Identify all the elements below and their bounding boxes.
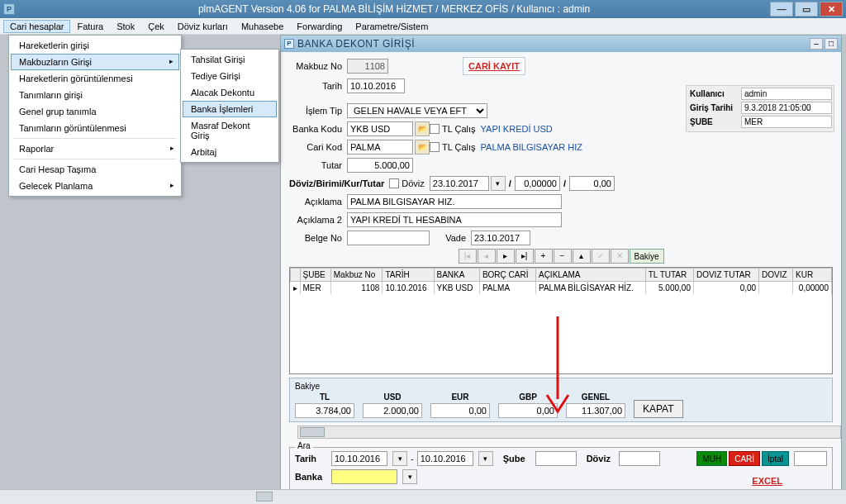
tutar-input[interactable] xyxy=(347,158,413,173)
makbuz-no-input[interactable] xyxy=(347,59,388,74)
menu-genel-grup-tanimla[interactable]: Genel grup tanımla xyxy=(11,103,179,120)
aciklama-input[interactable] xyxy=(347,194,562,209)
doviz-chk-label: Döviz xyxy=(402,178,425,188)
menu-parametre-sistem[interactable]: Parametre/Sistem xyxy=(349,20,435,33)
submenu-alacak-dekontu[interactable]: Alacak Dekontu xyxy=(183,84,277,101)
bakiye-usd: 2.000,00 xyxy=(363,403,422,418)
doviz-kur-input[interactable] xyxy=(515,176,560,191)
bakiye-tl-label: TL xyxy=(320,392,330,402)
nav-next[interactable]: ▸ xyxy=(497,249,515,264)
bakiye-label: Bakiye xyxy=(295,382,827,391)
nav-cancel[interactable]: ✕ xyxy=(611,249,629,264)
doviz-checkbox[interactable] xyxy=(389,178,399,188)
bakiye-button[interactable]: Bakiye xyxy=(630,249,664,264)
minimize-button[interactable]: — xyxy=(770,2,793,17)
menu-stok[interactable]: Stok xyxy=(110,20,141,33)
col-doviz-tutar[interactable]: DOVIZ TUTAR xyxy=(693,269,758,282)
info-kullanici: admin xyxy=(741,88,832,100)
col-sube[interactable]: ŞUBE xyxy=(300,269,330,282)
nav-delete[interactable]: − xyxy=(554,249,572,264)
col-makbuz[interactable]: Makbuz No xyxy=(330,269,383,282)
nav-add[interactable]: + xyxy=(535,249,553,264)
ara-tarih1-picker-icon[interactable]: ▾ xyxy=(392,451,407,466)
kapat-button[interactable]: KAPAT xyxy=(634,400,683,418)
ara-banka-picker-icon[interactable]: ▾ xyxy=(402,469,417,484)
iptal-button[interactable]: İptal xyxy=(762,451,789,466)
aciklama-label: Açıklama xyxy=(289,197,347,207)
ara-sube-input[interactable] xyxy=(535,451,577,466)
tl-calis-label: TL Çalış xyxy=(442,124,476,134)
ara-doviz-input[interactable] xyxy=(619,451,660,466)
nav-last[interactable]: ▸| xyxy=(516,249,534,264)
maximize-button[interactable]: ▭ xyxy=(795,2,818,17)
col-aciklama[interactable]: AÇIKLAMA xyxy=(535,269,645,282)
inner-maximize[interactable]: □ xyxy=(825,38,838,50)
tl-calis-label-2: TL Çalış xyxy=(442,142,476,152)
menu-muhasebe[interactable]: Muhasebe xyxy=(235,20,290,33)
nav-save[interactable]: ✓ xyxy=(592,249,610,264)
ara-extra-input[interactable] xyxy=(794,451,827,466)
menu-raporlar[interactable]: Raporlar xyxy=(11,140,179,157)
submenu-masraf-dekont-giris[interactable]: Masraf Dekont Giriş xyxy=(183,117,277,144)
nav-first[interactable]: |◂ xyxy=(459,249,477,264)
tarih-input[interactable] xyxy=(347,78,405,93)
inner-titlebar: P BANKA DEKONT GİRİŞİ – □ xyxy=(281,36,841,52)
menu-doviz-kurlari[interactable]: Döviz kurları xyxy=(171,20,235,33)
islem-tip-select[interactable]: GELEN HAVALE VEYA EFT xyxy=(347,103,487,118)
cari-tl-calis-checkbox[interactable] xyxy=(430,142,440,152)
menu-makbuzlarin-girisi[interactable]: Makbuzların Girişi xyxy=(11,54,179,70)
nav-prev[interactable]: ◂ xyxy=(478,249,496,264)
ara-tarih-label: Tarih xyxy=(295,454,328,464)
col-banka[interactable]: BANKA xyxy=(434,269,479,282)
banka-tl-calis-checkbox[interactable] xyxy=(430,124,440,134)
menu-gelecek-planlama[interactable]: Gelecek Planlama xyxy=(11,178,179,194)
submenu-tahsilat-girisi[interactable]: Tahsilat Girişi xyxy=(183,51,277,68)
menu-cari-hesaplar[interactable]: Cari hesaplar xyxy=(3,20,70,33)
col-kur[interactable]: KUR xyxy=(792,269,831,282)
submenu-banka-islemleri[interactable]: Banka İşlemleri xyxy=(183,101,277,117)
inner-hscrollbar[interactable] xyxy=(297,426,841,439)
info-giris: 9.3.2018 21:05:00 xyxy=(741,102,832,114)
banka-kodu-input[interactable] xyxy=(347,121,413,136)
aciklama2-input[interactable] xyxy=(347,212,562,227)
ara-banka-input[interactable] xyxy=(331,469,397,484)
muh-button[interactable]: MUH xyxy=(696,451,727,466)
vade-input[interactable] xyxy=(471,231,530,245)
col-tl-tutar[interactable]: TL TUTAR xyxy=(645,269,693,282)
menu-hareketlerin-goruntulenmesi[interactable]: Hareketlerin görüntülenmesi xyxy=(11,70,179,87)
close-button[interactable]: ✕ xyxy=(820,2,843,17)
records-grid[interactable]: ŞUBE Makbuz No TARİH BANKA BORÇ CARİ AÇI… xyxy=(289,267,833,374)
cari-lookup-icon[interactable]: 📂 xyxy=(415,140,430,155)
menu-tanimlarin-goruntulenmesi[interactable]: Tanımların görüntülenmesi xyxy=(11,120,179,136)
ara-banka-label: Banka xyxy=(295,472,328,482)
cari-button[interactable]: CARİ xyxy=(729,451,760,466)
ara-tarih1-input[interactable] xyxy=(331,451,387,466)
ara-tarih2-picker-icon[interactable]: ▾ xyxy=(478,451,493,466)
col-borc-cari[interactable]: BORÇ CARİ xyxy=(479,269,535,282)
menu-cari-hesap-tasima[interactable]: Cari Hesap Taşıma xyxy=(11,161,179,178)
col-tarih[interactable]: TARİH xyxy=(383,269,434,282)
doviz-date-picker-icon[interactable]: ▾ xyxy=(491,176,506,191)
menu-cek[interactable]: Çek xyxy=(141,20,171,33)
menu-forwarding[interactable]: Forwarding xyxy=(290,20,349,33)
bakiye-gbp: 0,00 xyxy=(498,403,558,418)
nav-edit[interactable]: ▴ xyxy=(573,249,591,264)
col-doviz[interactable]: DOVIZ xyxy=(759,269,793,282)
ara-tarih2-input[interactable] xyxy=(417,451,473,466)
info-box: Kullanıcıadmin Giriş Tarihi9.3.2018 21:0… xyxy=(686,85,834,132)
doviz-tutar-input[interactable] xyxy=(569,176,615,191)
cari-kayit-button[interactable]: CARİ KAYIT xyxy=(463,57,525,75)
belge-no-input[interactable] xyxy=(347,231,430,245)
table-row[interactable]: ▸ MER 1108 10.10.2016 YKB USD PALMA PALM… xyxy=(291,282,832,295)
submenu-tediye-girisi[interactable]: Tediye Girişi xyxy=(183,68,277,84)
menu-hareketlerin-girisi[interactable]: Hareketlerin girişi xyxy=(11,37,179,54)
inner-minimize[interactable]: – xyxy=(810,38,823,50)
cari-kod-input[interactable] xyxy=(347,140,413,155)
excel-link[interactable]: EXCEL xyxy=(752,476,782,486)
banka-lookup-icon[interactable]: 📂 xyxy=(415,121,430,136)
menu-tanimlarin-girisi[interactable]: Tanımların girişi xyxy=(11,87,179,103)
doviz-date-input[interactable] xyxy=(430,176,489,191)
outer-hscrollbar[interactable] xyxy=(0,489,846,504)
submenu-arbitaj[interactable]: Arbitaj xyxy=(183,144,277,160)
menu-fatura[interactable]: Fatura xyxy=(70,20,110,33)
